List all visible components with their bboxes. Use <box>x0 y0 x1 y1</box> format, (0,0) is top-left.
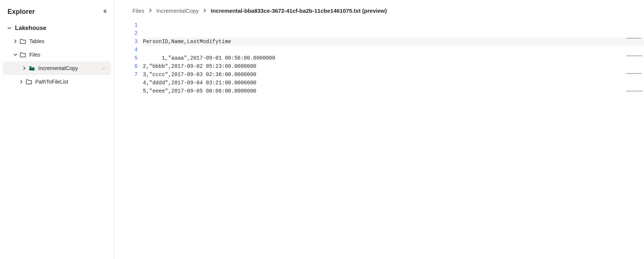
minimap-icon[interactable] <box>626 21 644 27</box>
section-label: Lakehouse <box>15 25 47 31</box>
folder-icon <box>20 38 26 45</box>
tree-item-label: Files <box>29 52 111 58</box>
line-number: 1 <box>128 21 143 29</box>
folder-filled-icon <box>29 65 35 72</box>
line-number: 2 <box>128 29 143 37</box>
tree-item-label: IncrementalCopy <box>38 65 99 71</box>
code-line: 4,"dddd",2017-09-04 03:21:00.0000000 <box>143 80 256 86</box>
lakehouse-section-header[interactable]: Lakehouse <box>0 22 114 34</box>
folder-icon <box>26 78 32 85</box>
line-number: 5 <box>128 54 143 62</box>
chevron-right-icon <box>203 8 207 14</box>
chevron-double-left-icon <box>103 9 107 13</box>
line-number: 3 <box>128 37 143 46</box>
breadcrumb: Files IncrementalCopy Incremental-bba833… <box>114 7 644 21</box>
chevron-right-icon <box>22 66 27 70</box>
breadcrumb-files[interactable]: Files <box>132 7 144 14</box>
tree-item-incrementalcopy[interactable]: IncrementalCopy ··· <box>3 61 111 75</box>
chevron-down-icon <box>7 26 12 30</box>
explorer-title: Explorer <box>8 8 35 16</box>
chevron-right-icon <box>19 79 24 84</box>
line-number: 4 <box>128 46 143 54</box>
explorer-tree: Tables Files IncrementalCopy ··· <box>0 34 114 88</box>
main-content: Files IncrementalCopy Incremental-bba833… <box>114 0 644 259</box>
tree-item-pathtofilelist[interactable]: PathToFileList <box>0 75 114 88</box>
file-preview: 1 2 3 4 5 6 7 PersonID,Name,LastModifyti… <box>114 21 644 259</box>
breadcrumb-incrementalcopy[interactable]: IncrementalCopy <box>156 7 199 14</box>
code-line: 5,"eeee",2017-09-05 08:06:00.0000000 <box>143 88 256 94</box>
code-line: 3,"cccc",2017-09-03 02:36:00.0000000 <box>143 72 256 78</box>
explorer-sidebar: Explorer Lakehouse Tables Fi <box>0 0 114 259</box>
code-line: PersonID,Name,LastModifytime <box>143 37 644 46</box>
folder-icon <box>20 51 26 58</box>
tree-item-files[interactable]: Files <box>0 48 114 61</box>
code-line: 2,"bbbb",2017-09-02 05:23:00.0000000 <box>143 63 256 69</box>
line-number-gutter: 1 2 3 4 5 6 7 <box>128 21 143 259</box>
line-number: 7 <box>128 70 143 79</box>
chevron-right-icon <box>148 8 153 14</box>
breadcrumb-current-file: Incremental-bba833ce-3672-41cf-ba2b-11cb… <box>211 7 387 14</box>
chevron-down-icon <box>13 52 18 57</box>
tree-item-tables[interactable]: Tables <box>0 34 114 48</box>
line-number: 6 <box>128 62 143 70</box>
more-actions-button[interactable]: ··· <box>99 64 108 72</box>
chevron-right-icon <box>13 39 18 43</box>
tree-item-label: PathToFileList <box>35 79 111 85</box>
code-area[interactable]: PersonID,Name,LastModifytime 1,"aaaa",20… <box>143 21 644 259</box>
collapse-sidebar-button[interactable] <box>101 7 109 16</box>
code-line: 1,"aaaa",2017-09-01 00:56:00.0000000 <box>162 55 275 61</box>
tree-item-label: Tables <box>29 38 111 44</box>
